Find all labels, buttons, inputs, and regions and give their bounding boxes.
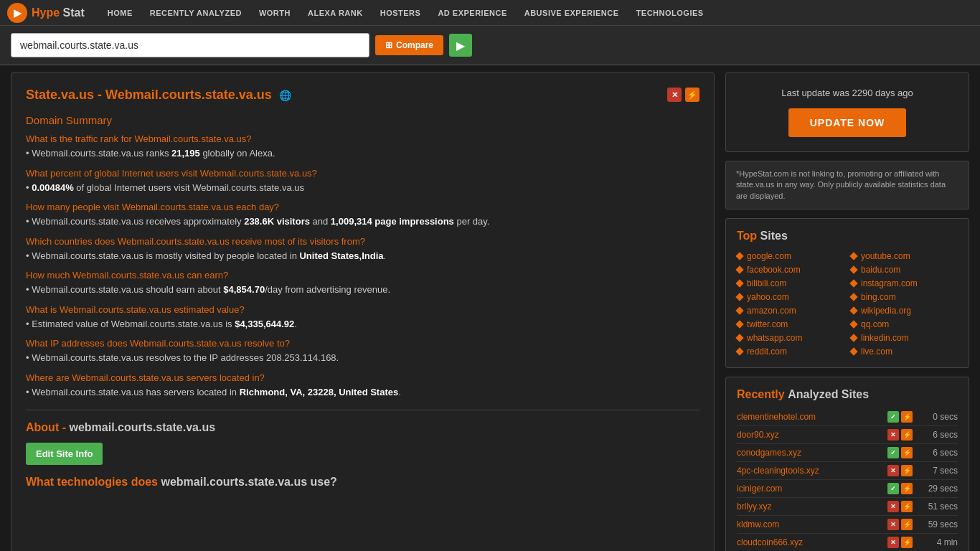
top-site-item[interactable]: bilibili.com xyxy=(737,278,844,288)
analyzed-time: 4 min xyxy=(918,537,958,547)
top-site-item[interactable]: instagram.com xyxy=(851,278,958,288)
nav-item-technologies[interactable]: TECHNOLOGIES xyxy=(628,0,712,26)
nav-item-worth[interactable]: WORTH xyxy=(250,0,299,26)
faq-question[interactable]: What is the traffic rank for Webmail.cou… xyxy=(26,133,699,144)
nav-links: HOMERECENTLY ANALYZEDWORTHALEXA RANKHOST… xyxy=(99,0,712,26)
top-site-item[interactable]: linkedin.com xyxy=(851,333,958,343)
top-site-item[interactable]: live.com xyxy=(851,347,958,357)
top-site-item[interactable]: reddit.com xyxy=(737,347,844,357)
faq-answer: • Webmail.courts.state.va.us resolves to… xyxy=(26,351,699,365)
analyzed-domain[interactable]: iciniger.com xyxy=(737,484,882,494)
faq-answer: • Webmail.courts.state.va.us has servers… xyxy=(26,385,699,400)
site-domain: google.com xyxy=(747,251,791,261)
top-site-item[interactable]: yahoo.com xyxy=(737,292,844,302)
top-site-item[interactable]: facebook.com xyxy=(737,265,844,275)
navbar: ▶ Hype Stat HOMERECENTLY ANALYZEDWORTHAL… xyxy=(0,0,980,26)
site-diamond-icon xyxy=(735,348,743,356)
analyzed-badges: ✓⚡ xyxy=(887,447,913,458)
nav-item-home[interactable]: HOME xyxy=(99,0,141,26)
nav-item-alexa-rank[interactable]: ALEXA RANK xyxy=(299,0,372,26)
main-layout: State.va.us - Webmail.courts.state.va.us… xyxy=(0,65,980,551)
faq-question[interactable]: Where are Webmail.courts.state.va.us ser… xyxy=(26,372,699,383)
page-title: State.va.us - Webmail.courts.state.va.us… xyxy=(26,88,291,103)
faq-question[interactable]: Which countries does Webmail.courts.stat… xyxy=(26,236,699,247)
analyzed-domain[interactable]: cloudcoin666.xyz xyxy=(737,537,882,547)
analyzed-badges: ✕⚡ xyxy=(887,465,913,476)
site-domain: live.com xyxy=(861,347,892,357)
technologies-label: What technologies does xyxy=(26,476,158,488)
logo-hype: Hype xyxy=(32,6,60,19)
faq-answer: • Webmail.courts.state.va.us receives ap… xyxy=(26,215,699,229)
nav-item-abusive-experience[interactable]: ABUSIVE EXPERIENCE xyxy=(516,0,628,26)
analyzed-badge-1: ✕ xyxy=(887,501,899,512)
about-label: About xyxy=(26,421,59,433)
site-diamond-icon xyxy=(849,334,857,342)
faq-answer: • 0.00484% of global Internet users visi… xyxy=(26,181,699,195)
analyzed-time: 7 secs xyxy=(918,466,958,476)
top-site-item[interactable]: amazon.com xyxy=(737,306,844,316)
analyzed-domain[interactable]: kldmw.com xyxy=(737,519,882,529)
title-icons: ✕ ⚡ xyxy=(667,88,699,102)
analyzed-badges: ✕⚡ xyxy=(887,429,913,441)
top-site-item[interactable]: whatsapp.com xyxy=(737,333,844,343)
logo-text: Hype Stat xyxy=(32,6,85,19)
analyzed-domain[interactable]: brilyy.xyz xyxy=(737,501,882,512)
top-sites-grid: google.comyoutube.comfacebook.combaidu.c… xyxy=(737,251,958,357)
top-sites-label: Top xyxy=(737,230,757,242)
faq-section: How much Webmail.courts.state.va.us can … xyxy=(26,270,699,297)
top-site-item[interactable]: google.com xyxy=(737,251,844,261)
faq-question[interactable]: How many people visit Webmail.courts.sta… xyxy=(26,202,699,212)
analyzed-badge-2: ⚡ xyxy=(901,501,913,512)
analyzed-badges: ✓⚡ xyxy=(887,483,913,494)
about-heading: About - webmail.courts.state.va.us xyxy=(26,421,699,434)
compare-button[interactable]: ⊞ Compare xyxy=(375,35,443,55)
analyzed-time: 6 secs xyxy=(918,430,958,440)
site-domain: whatsapp.com xyxy=(747,333,802,343)
faq-question[interactable]: What IP addresses does Webmail.courts.st… xyxy=(26,338,699,349)
analyzed-badge-1: ✕ xyxy=(887,429,899,441)
compare-icon: ⊞ xyxy=(385,40,392,50)
top-site-item[interactable]: bing.com xyxy=(851,292,958,302)
top-site-item[interactable]: wikipedia.org xyxy=(851,306,958,316)
top-site-item[interactable]: twitter.com xyxy=(737,319,844,329)
site-diamond-icon xyxy=(735,321,743,329)
analyzed-domain[interactable]: conodgames.xyz xyxy=(737,448,882,458)
analyzed-badge-1: ✓ xyxy=(887,447,899,458)
logo[interactable]: ▶ Hype Stat xyxy=(7,3,85,23)
top-site-item[interactable]: qq.com xyxy=(851,319,958,329)
disclaimer-text: *HypeStat.com is not linking to, promoti… xyxy=(736,169,946,200)
faq-question[interactable]: How much Webmail.courts.state.va.us can … xyxy=(26,270,699,281)
site-domain: bilibili.com xyxy=(747,278,786,288)
nav-item-ad-experience[interactable]: AD EXPERIENCE xyxy=(429,0,515,26)
site-diamond-icon xyxy=(849,293,857,301)
go-button[interactable]: ▶ xyxy=(449,34,472,57)
analyzed-row: clementinehotel.com✓⚡0 secs xyxy=(737,408,958,426)
top-site-item[interactable]: youtube.com xyxy=(851,251,958,261)
update-now-button[interactable]: UPDATE NOW xyxy=(788,108,907,137)
update-box: Last update was 2290 days ago UPDATE NOW xyxy=(725,72,969,152)
site-domain: facebook.com xyxy=(747,265,801,275)
technologies-heading: What technologies does webmail.courts.st… xyxy=(26,476,699,489)
site-domain: yahoo.com xyxy=(747,292,789,302)
logo-icon: ▶ xyxy=(7,3,27,23)
search-bar: ⊞ Compare ▶ xyxy=(0,26,980,65)
site-diamond-icon xyxy=(735,280,743,288)
site-domain: instagram.com xyxy=(861,278,918,288)
analyzed-domain[interactable]: 4pc-cleaningtools.xyz xyxy=(737,466,882,476)
faq-question[interactable]: What is Webmail.courts.state.va.us estim… xyxy=(26,304,699,315)
faq-section: Which countries does Webmail.courts.stat… xyxy=(26,236,699,263)
nav-item-hosters[interactable]: HOSTERS xyxy=(372,0,430,26)
analyzed-domain[interactable]: clementinehotel.com xyxy=(737,412,882,422)
nav-item-recently-analyzed[interactable]: RECENTLY ANALYZED xyxy=(141,0,250,26)
site-diamond-icon xyxy=(735,334,743,342)
faq-container: What is the traffic rank for Webmail.cou… xyxy=(26,133,699,399)
site-domain: twitter.com xyxy=(747,319,788,329)
analyzed-badge-1: ✕ xyxy=(887,519,899,530)
edit-site-button[interactable]: Edit Site Info xyxy=(26,443,103,465)
top-site-item[interactable]: baidu.com xyxy=(851,265,958,275)
faq-question[interactable]: What percent of global Internet users vi… xyxy=(26,168,699,179)
search-input[interactable] xyxy=(11,33,369,57)
logo-stat: Stat xyxy=(63,6,85,19)
site-domain: youtube.com xyxy=(861,251,910,261)
analyzed-domain[interactable]: door90.xyz xyxy=(737,430,882,440)
